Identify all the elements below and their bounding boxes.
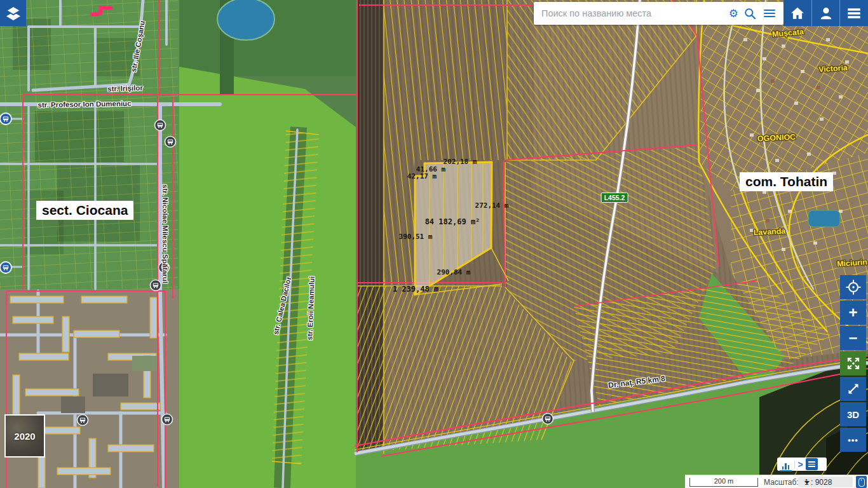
chart-tab[interactable] [777, 456, 794, 473]
measurement-label-nw2: 42,17 m [407, 172, 437, 180]
search-bar: ⚙ [534, 2, 783, 25]
bus-stop-icon [78, 415, 88, 426]
hamburger-icon [846, 6, 862, 21]
chevron-down-icon [804, 481, 810, 484]
bus-stop-icon [162, 414, 173, 425]
layers-button[interactable] [0, 0, 26, 26]
bar-chart-icon [782, 466, 784, 470]
bus-stop-icon [165, 137, 176, 147]
street-label-dumeniuc: str. Profesor Ion Dumeniuc [37, 100, 131, 109]
plus-icon: + [848, 305, 857, 320]
measurement-label-area: 84 182,69 m² [425, 217, 480, 226]
mouse-coords-button[interactable] [856, 476, 867, 488]
scale-label: Масштаб: [764, 478, 799, 487]
measurement-label-top: 202,18 m [444, 158, 477, 166]
trolleybus-stop-icon [0, 113, 11, 125]
map-canvas[interactable] [0, 0, 868, 488]
next-arrow-button[interactable]: > [795, 459, 806, 470]
locality-label-lavanda: Lavanda [753, 227, 785, 238]
zoom-in-button[interactable]: + [840, 301, 866, 325]
zoom-out-button[interactable]: − [840, 326, 866, 350]
measurement-label-south: 290,84 m [437, 268, 471, 276]
commune-label: com. Tohatin [740, 172, 833, 191]
home-button[interactable] [783, 0, 811, 26]
measurement-label-perimeter: 1 239,48 m [393, 285, 438, 294]
view-3d-button[interactable]: 3D [840, 402, 866, 426]
more-tools-button[interactable]: ••• [840, 428, 866, 452]
active-tab-underline [780, 470, 792, 471]
mouse-icon [858, 478, 865, 487]
bottom-status-bar: 200 m Масштаб: 1 : 9028 [685, 475, 868, 488]
crosshair-target-icon [845, 279, 862, 295]
legend-button[interactable] [806, 458, 818, 470]
list-icon [808, 461, 815, 463]
hamburger-icon[interactable] [764, 10, 775, 17]
district-label: sect. Ciocana [36, 201, 133, 220]
resize-diagonal-button[interactable] [840, 377, 866, 401]
map-application: str. Ilie Coşanu str. Irişilor str. Prof… [0, 0, 868, 488]
bus-stop-icon [151, 280, 161, 291]
full-extent-button[interactable] [840, 351, 866, 376]
layers-icon [4, 4, 23, 23]
diagonal-arrows-icon [846, 381, 861, 396]
measurement-label-west: 390,51 m [399, 233, 433, 241]
locate-button[interactable] [840, 275, 866, 299]
street-label-milescu: str. Nicolae Milescu Spătarul [161, 184, 169, 283]
bus-stop-icon [155, 120, 166, 131]
expand-arrows-icon [846, 356, 861, 371]
ellipsis-icon: ••• [848, 435, 858, 445]
top-navigation [783, 0, 868, 26]
three-d-label: 3D [847, 409, 859, 420]
magnifier-icon[interactable] [744, 8, 756, 20]
imagery-year-thumbnail[interactable]: 2020 [4, 414, 45, 458]
home-icon [790, 6, 805, 21]
gear-icon[interactable]: ⚙ [729, 8, 738, 19]
bottom-mini-toolbar: > [777, 458, 827, 471]
scale-bar: 200 m [689, 478, 758, 487]
search-input[interactable] [534, 8, 726, 19]
bus-stop-icon [543, 414, 553, 424]
account-button[interactable] [811, 0, 840, 26]
road-badge: L455.2 [601, 193, 628, 203]
scale-select[interactable]: 1 : 9028 [798, 477, 853, 487]
street-label-irisilor: str. Irişilor [107, 84, 143, 93]
minus-icon: − [848, 330, 857, 346]
main-menu-button[interactable] [839, 0, 868, 26]
trolleybus-stop-icon [0, 262, 11, 273]
imagery-year-label: 2020 [14, 431, 35, 442]
person-icon [818, 6, 834, 21]
map-tools-toolbar: + − 3D ••• [840, 275, 866, 452]
measurement-label-east: 272,14 m [475, 201, 509, 210]
